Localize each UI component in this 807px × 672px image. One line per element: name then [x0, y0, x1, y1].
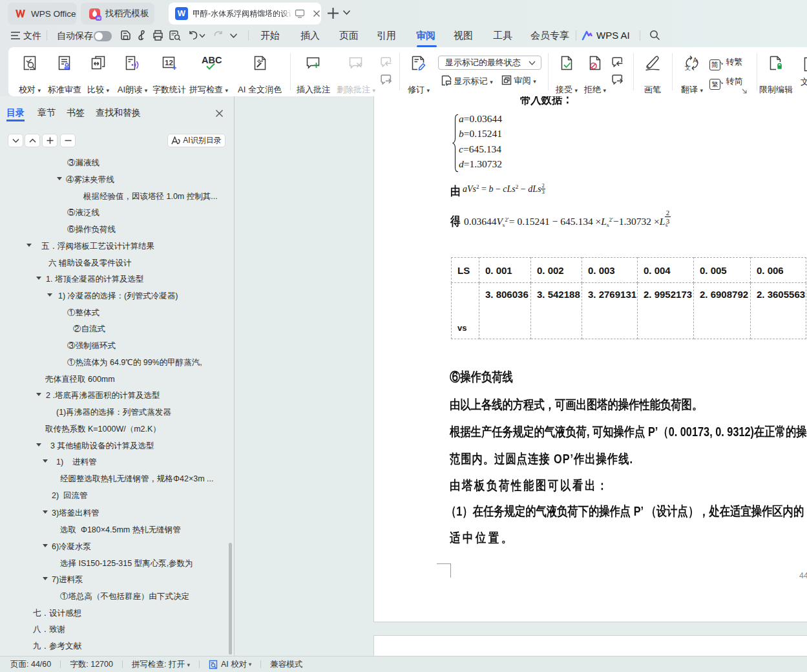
- svg-text:A: A: [693, 57, 698, 64]
- svg-text:ABC: ABC: [202, 55, 222, 65]
- svg-text:12: 12: [165, 59, 173, 67]
- svg-text:文: 文: [685, 64, 691, 71]
